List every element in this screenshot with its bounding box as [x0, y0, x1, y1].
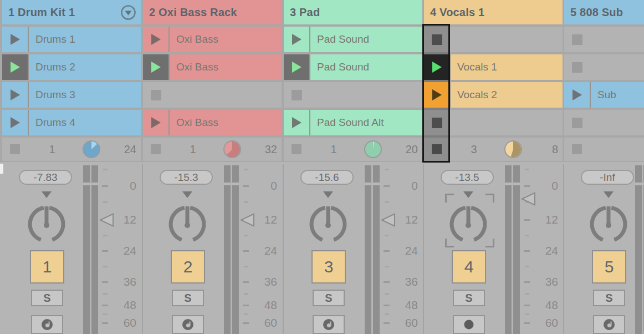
clip-launch-button[interactable]: [2, 82, 28, 108]
clip-body[interactable]: Drums 2: [29, 54, 141, 80]
clip-slot[interactable]: Drums 2: [2, 54, 141, 80]
track-activator-button[interactable]: 5: [592, 250, 626, 284]
clip-body[interactable]: Vocals 1: [451, 54, 563, 80]
clip-body[interactable]: Oxi Bass: [170, 54, 282, 80]
clip-body[interactable]: Oxi Bass: [170, 27, 282, 52]
empty-clip-slot[interactable]: [284, 82, 422, 108]
solo-button[interactable]: S: [453, 290, 485, 306]
clip-slot[interactable]: Drums 3: [2, 82, 141, 108]
track-stop-button[interactable]: [424, 138, 449, 161]
empty-slot-body[interactable]: [449, 27, 563, 52]
pan-knob[interactable]: [162, 198, 212, 249]
clip-launch-button[interactable]: [284, 110, 309, 135]
volume-fader-handle[interactable]: [99, 212, 115, 227]
solo-button[interactable]: S: [31, 290, 63, 306]
track-header[interactable]: 4 Vocals 1: [424, 0, 563, 24]
track-header[interactable]: 3 Pad: [284, 0, 422, 24]
clip-launch-button[interactable]: [2, 54, 28, 80]
clip-launch-button[interactable]: [143, 110, 168, 135]
empty-clip-slot[interactable]: [143, 82, 282, 108]
volume-fader-handle[interactable]: [239, 212, 255, 227]
clip-stop-button[interactable]: [143, 82, 168, 108]
clip-body[interactable]: Pad Sound: [310, 27, 422, 52]
clip-body[interactable]: Pad Sound: [310, 54, 422, 80]
volume-value[interactable]: -13.5: [441, 170, 494, 185]
empty-slot-body[interactable]: [590, 27, 644, 52]
clip-slot[interactable]: Pad Sound: [284, 27, 422, 52]
volume-value[interactable]: -7.83: [19, 170, 72, 185]
clip-slot[interactable]: Vocals 1: [424, 54, 563, 80]
arm-button[interactable]: [31, 315, 63, 334]
arm-button[interactable]: [453, 315, 485, 334]
empty-clip-slot[interactable]: [564, 27, 644, 52]
clip-slot[interactable]: Vocals 2: [424, 82, 563, 108]
arm-button[interactable]: [313, 315, 345, 334]
clip-launch-button[interactable]: [424, 82, 449, 108]
clip-slot[interactable]: Oxi Bass: [143, 27, 282, 52]
clip-launch-button[interactable]: [143, 27, 168, 52]
track-header[interactable]: 5 808 Sub: [564, 0, 644, 24]
playing-position: 1: [177, 143, 208, 156]
volume-value[interactable]: -Inf: [581, 170, 634, 185]
arm-button[interactable]: [172, 315, 204, 334]
clip-slot[interactable]: Pad Sound: [284, 54, 422, 80]
empty-clip-slot[interactable]: [424, 27, 563, 52]
clip-stop-button[interactable]: [284, 82, 309, 108]
volume-value[interactable]: -15.3: [160, 170, 213, 185]
clip-body[interactable]: Drums 1: [29, 27, 141, 52]
track-activator-button[interactable]: 4: [452, 250, 486, 284]
empty-slot-body[interactable]: [449, 110, 563, 135]
clip-body[interactable]: Vocals 2: [451, 82, 563, 108]
pan-knob[interactable]: [22, 198, 71, 249]
volume-value[interactable]: -15.6: [300, 170, 354, 185]
clip-slot[interactable]: Oxi Bass: [143, 110, 282, 135]
clip-stop-button[interactable]: [424, 110, 449, 135]
track-stop-button[interactable]: [143, 138, 168, 161]
clip-slot[interactable]: Drums 4: [2, 110, 141, 135]
track-activator-button[interactable]: 3: [311, 250, 346, 284]
clip-slot[interactable]: Sub: [564, 82, 644, 108]
empty-clip-slot[interactable]: [424, 110, 563, 135]
clip-stop-button[interactable]: [564, 54, 590, 80]
clip-slot[interactable]: Drums 1: [2, 27, 141, 52]
chevron-down-circle-icon[interactable]: [120, 4, 136, 21]
solo-button[interactable]: S: [313, 290, 345, 306]
clip-launch-button[interactable]: [143, 54, 168, 80]
clip-stop-button[interactable]: [564, 27, 590, 52]
clip-launch-button[interactable]: [2, 110, 28, 135]
clip-slot[interactable]: Oxi Bass: [143, 54, 282, 80]
track-stop-button[interactable]: [2, 138, 28, 161]
volume-fader-handle[interactable]: [520, 191, 536, 206]
volume-fader-handle[interactable]: [380, 212, 396, 227]
clip-body[interactable]: Oxi Bass: [170, 110, 282, 135]
empty-slot-body[interactable]: [590, 110, 644, 135]
track-stop-button[interactable]: [564, 138, 590, 161]
solo-button[interactable]: S: [172, 290, 204, 306]
clip-launch-button[interactable]: [564, 82, 590, 108]
track-header[interactable]: 1 Drum Kit 1: [2, 0, 141, 24]
clip-launch-button[interactable]: [284, 54, 309, 80]
clip-body[interactable]: Drums 4: [29, 110, 141, 135]
clip-launch-button[interactable]: [284, 27, 309, 52]
pan-knob[interactable]: [584, 198, 633, 249]
empty-slot-body[interactable]: [590, 54, 644, 80]
clip-body[interactable]: Pad Sound Alt: [310, 110, 422, 135]
empty-clip-slot[interactable]: [564, 110, 644, 135]
clip-body[interactable]: Drums 3: [29, 82, 141, 108]
empty-clip-slot[interactable]: [564, 54, 644, 80]
clip-stop-button[interactable]: [424, 27, 449, 52]
clip-launch-button[interactable]: [2, 27, 28, 52]
pan-knob[interactable]: [303, 198, 353, 249]
clip-launch-button[interactable]: [424, 54, 449, 80]
arm-button[interactable]: [593, 315, 625, 334]
empty-slot-body[interactable]: [168, 82, 282, 108]
solo-button[interactable]: S: [593, 290, 625, 306]
track-activator-button[interactable]: 2: [171, 250, 205, 284]
empty-slot-body[interactable]: [309, 82, 422, 108]
clip-stop-button[interactable]: [564, 110, 590, 135]
clip-body[interactable]: Sub: [591, 82, 644, 108]
track-activator-button[interactable]: 1: [30, 250, 64, 284]
clip-slot[interactable]: Pad Sound Alt: [284, 110, 422, 135]
track-stop-button[interactable]: [284, 138, 309, 161]
track-header[interactable]: 2 Oxi Bass Rack: [143, 0, 282, 24]
